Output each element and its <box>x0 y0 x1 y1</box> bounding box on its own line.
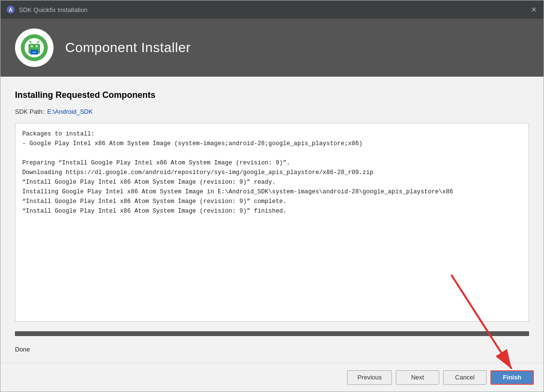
log-area: Packages to install: - Google Play Intel… <box>15 123 529 322</box>
sdk-path-row: SDK Path: E:\Android_SDK <box>15 108 529 115</box>
status-text: Done <box>15 346 529 353</box>
footer: Previous Next Cancel Finish <box>0 363 544 392</box>
sdk-path-label: SDK Path: <box>15 108 44 115</box>
svg-point-7 <box>31 45 33 47</box>
header-title: Component Installer <box>65 40 191 55</box>
next-button[interactable]: Next <box>396 370 439 385</box>
close-button[interactable]: × <box>530 6 538 14</box>
finish-button[interactable]: Finish <box>490 370 534 385</box>
cancel-button[interactable]: Cancel <box>443 370 487 385</box>
section-title: Installing Requested Components <box>15 90 529 100</box>
previous-button[interactable]: Previous <box>347 370 392 385</box>
sdk-path-value: E:\Android_SDK <box>47 108 93 115</box>
svg-text:A: A <box>9 7 12 13</box>
svg-rect-12 <box>32 52 36 53</box>
app-icon: A <box>6 5 15 14</box>
progress-bar-container <box>15 331 529 336</box>
main-content: Installing Requested Components SDK Path… <box>0 77 544 363</box>
android-studio-logo <box>21 34 48 61</box>
main-window: A SDK Quickfix Installation × <box>0 0 544 392</box>
header: Component Installer <box>0 19 544 77</box>
title-bar: A SDK Quickfix Installation × <box>0 0 544 19</box>
logo-circle <box>15 28 54 67</box>
window-title: SDK Quickfix Installation <box>19 6 87 14</box>
progress-bar-fill <box>15 331 529 336</box>
title-bar-left: A SDK Quickfix Installation <box>6 5 87 14</box>
svg-point-8 <box>36 45 38 47</box>
svg-rect-6 <box>28 44 40 51</box>
